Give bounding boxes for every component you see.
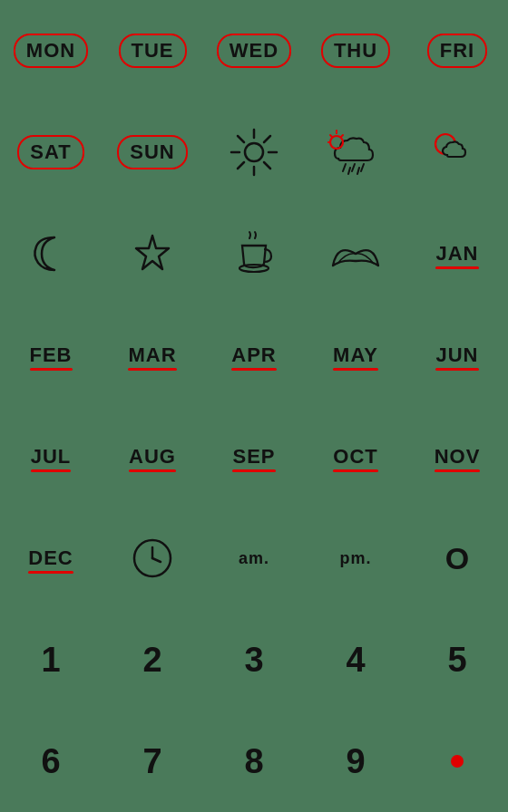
cell-sat: SAT bbox=[0, 102, 102, 203]
cell-thu: THU bbox=[305, 0, 406, 102]
cell-jul: JUL bbox=[0, 406, 102, 508]
cell-mon: MON bbox=[0, 0, 102, 102]
cell-am: am. bbox=[203, 508, 305, 609]
cell-rain bbox=[305, 102, 406, 203]
cell-zero: O bbox=[406, 508, 508, 609]
cell-3: 3 bbox=[203, 609, 305, 710]
number-4: 4 bbox=[346, 641, 365, 680]
label-pm: pm. bbox=[339, 549, 371, 568]
red-dot-icon bbox=[451, 755, 464, 768]
cell-6: 6 bbox=[0, 710, 102, 812]
month-nov: NOV bbox=[435, 445, 481, 469]
number-9: 9 bbox=[346, 742, 365, 781]
cell-4: 4 bbox=[305, 609, 406, 710]
number-8: 8 bbox=[244, 742, 263, 781]
cell-feb: FEB bbox=[0, 304, 102, 406]
day-tue: TUE bbox=[119, 34, 187, 68]
cell-sun: SUN bbox=[102, 102, 203, 203]
number-3: 3 bbox=[244, 641, 263, 680]
cell-croissant bbox=[305, 203, 406, 304]
cell-moon bbox=[0, 203, 102, 304]
cell-may: MAY bbox=[305, 304, 406, 406]
month-jan: JAN bbox=[435, 242, 478, 266]
cell-7: 7 bbox=[102, 710, 203, 812]
svg-line-24 bbox=[152, 558, 161, 562]
month-dec: DEC bbox=[28, 546, 73, 570]
cell-coffee bbox=[203, 203, 305, 304]
month-jun: JUN bbox=[435, 343, 478, 367]
number-2: 2 bbox=[142, 641, 161, 680]
svg-line-8 bbox=[238, 162, 244, 169]
month-jul: JUL bbox=[31, 445, 72, 469]
cell-8: 8 bbox=[203, 710, 305, 812]
month-may: MAY bbox=[333, 343, 378, 367]
cell-wed: WED bbox=[203, 0, 305, 102]
svg-line-7 bbox=[264, 136, 270, 142]
svg-line-11 bbox=[361, 164, 364, 171]
cell-clock bbox=[102, 508, 203, 609]
month-feb: FEB bbox=[30, 343, 73, 367]
svg-line-17 bbox=[330, 135, 332, 137]
day-sun: SUN bbox=[117, 135, 187, 169]
emoji-grid: MON TUE WED THU FRI SAT SUN bbox=[0, 0, 508, 812]
month-mar: MAR bbox=[128, 343, 176, 367]
rain-icon bbox=[327, 124, 384, 180]
month-apr: APR bbox=[231, 343, 276, 367]
number-5: 5 bbox=[447, 641, 466, 680]
moon-icon bbox=[27, 230, 74, 277]
cell-pm: pm. bbox=[305, 508, 406, 609]
svg-marker-20 bbox=[136, 236, 169, 269]
day-wed: WED bbox=[217, 34, 291, 68]
number-7: 7 bbox=[142, 742, 161, 781]
star-icon bbox=[129, 230, 176, 277]
month-aug: AUG bbox=[129, 445, 176, 469]
cell-sep: SEP bbox=[203, 406, 305, 508]
svg-line-6 bbox=[264, 162, 270, 169]
cell-jan: JAN bbox=[406, 203, 508, 304]
svg-line-10 bbox=[352, 164, 355, 171]
cell-2: 2 bbox=[102, 609, 203, 710]
cell-5: 5 bbox=[406, 609, 508, 710]
svg-line-9 bbox=[343, 164, 346, 171]
cell-fri: FRI bbox=[406, 0, 508, 102]
partly-cloudy-icon bbox=[429, 128, 485, 178]
cell-apr: APR bbox=[203, 304, 305, 406]
day-thu: THU bbox=[321, 34, 390, 68]
svg-line-18 bbox=[341, 135, 343, 137]
month-sep: SEP bbox=[232, 445, 275, 469]
cell-partly-cloudy bbox=[406, 102, 508, 203]
coffee-icon bbox=[230, 229, 279, 279]
svg-line-13 bbox=[357, 168, 359, 174]
cell-tue: TUE bbox=[102, 0, 203, 102]
day-fri: FRI bbox=[427, 34, 487, 68]
cell-mar: MAR bbox=[102, 304, 203, 406]
croissant-icon bbox=[328, 234, 383, 275]
cell-9: 9 bbox=[305, 710, 406, 812]
cell-star bbox=[102, 203, 203, 304]
day-mon: MON bbox=[14, 34, 88, 68]
month-oct: OCT bbox=[333, 445, 377, 469]
cell-1: 1 bbox=[0, 609, 102, 710]
cell-jun: JUN bbox=[406, 304, 508, 406]
cell-sunny bbox=[203, 102, 305, 203]
cell-aug: AUG bbox=[102, 406, 203, 508]
clock-icon bbox=[131, 536, 174, 580]
label-zero: O bbox=[445, 541, 469, 576]
cell-red-dot bbox=[406, 710, 508, 812]
svg-point-0 bbox=[245, 143, 263, 161]
cell-oct: OCT bbox=[305, 406, 406, 508]
label-am: am. bbox=[239, 549, 269, 568]
number-1: 1 bbox=[41, 641, 60, 680]
cell-dec: DEC bbox=[0, 508, 102, 609]
number-6: 6 bbox=[41, 742, 60, 781]
day-sat: SAT bbox=[17, 135, 83, 169]
sunny-icon bbox=[227, 125, 281, 179]
cell-nov: NOV bbox=[406, 406, 508, 508]
svg-line-12 bbox=[348, 168, 350, 174]
svg-line-5 bbox=[238, 136, 244, 142]
